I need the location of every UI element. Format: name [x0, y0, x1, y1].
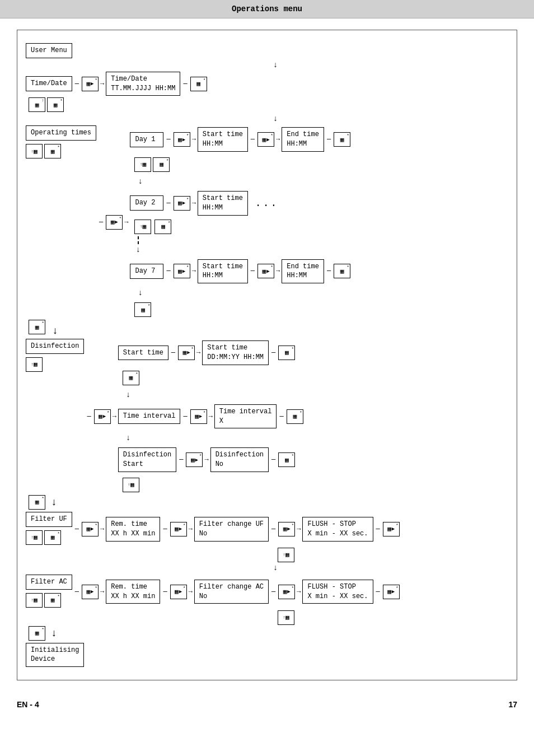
ctrl-icon-tix[interactable]: * ▦ [287, 409, 303, 424]
diagram-inner: User Menu ↓ Time/Date ─ * ▦▶ → Time/Date… [26, 43, 508, 667]
ctrl-icon-dn4[interactable]: * ▦ [154, 220, 171, 234]
ctrl-icon-dn1[interactable]: * ▦ [47, 97, 64, 112]
ctrl-icon-day1[interactable]: * ▦▶ [174, 132, 190, 147]
ctrl-icon-optimes[interactable]: * ▦▶ [106, 215, 123, 230]
ctrl-icon-timedate[interactable]: * ▦▶ [82, 77, 99, 91]
node-filter-uf: Filter UF [26, 512, 72, 527]
diagram-box: User Menu ↓ Time/Date ─ * ▦▶ → Time/Date… [17, 30, 517, 680]
footer-page-num: 4 [35, 700, 39, 709]
node-operating-times: Operating times [26, 125, 96, 141]
ctrl-icon-back3[interactable]: * ▦ [29, 626, 45, 641]
header-title: Operations menu [232, 4, 302, 13]
node-start-time-1: Start time HH:MM [198, 127, 248, 152]
node-dis-no: Disinfection No [210, 447, 269, 472]
node-rem-time-uf: Rem. time XX h XX min [106, 517, 160, 542]
ctrl-icon-stdis[interactable]: * ▦▶ [178, 346, 195, 360]
ctrl-icon-day2[interactable]: * ▦▶ [174, 196, 190, 211]
node-day2: Day 2 [130, 195, 163, 211]
node-filter-ac: Filter AC [26, 575, 72, 590]
ctrl-icon-rem-uf[interactable]: * ▦▶ [170, 522, 187, 536]
ctrl-icon-fc-ac[interactable]: * ▦▶ [278, 585, 295, 599]
ctrl-icon-stdd[interactable]: * ▦ [278, 346, 295, 360]
node-time-date-val: Time/Date TT.MM.JJJJ HH:MM [106, 72, 180, 96]
ctrl-icon-ac-fc-dn[interactable]: ↑ ▦ [278, 610, 294, 625]
ctrl-icon-up2[interactable]: ↑ ▦ [26, 144, 43, 158]
ctrl-icon-dis-no[interactable]: * ▦ [278, 452, 295, 467]
node-end-time-1: End time HH:MM [282, 127, 324, 152]
node-start-time-dis: Start time [118, 346, 168, 361]
footer-left: EN - 4 [17, 700, 39, 709]
node-flush-stop-uf: FLUSH - STOP X min - XX sec. [302, 517, 373, 542]
ctrl-icon-fc-uf[interactable]: * ▦▶ [278, 522, 295, 536]
ctrl-icon-day7-dn[interactable]: * ▦ [134, 302, 151, 317]
footer-right: 17 [508, 700, 517, 709]
ctrl-icon-up3[interactable]: ↑ ▦ [134, 157, 151, 172]
ctrl-icon-st7[interactable]: * ▦▶ [257, 264, 274, 278]
node-filter-change-uf: Filter change UF No [194, 517, 269, 542]
ctrl-icon-flush-uf[interactable]: * ▦▶ [383, 522, 400, 536]
ctrl-icon-uf[interactable]: * ▦▶ [82, 522, 99, 536]
node-end-time-7: End time HH:MM [282, 259, 324, 284]
ctrl-icon-day7[interactable]: * ▦▶ [174, 264, 190, 278]
ctrl-icon-ac-dn[interactable]: * ▦ [44, 593, 61, 608]
ctrl-icon-back2[interactable]: * ▦ [29, 495, 45, 510]
ctrl-icon-up4[interactable]: ↑ ▦ [134, 220, 151, 234]
ctrl-icon-dis[interactable]: * ▦▶ [94, 409, 111, 424]
page-footer: EN - 4 17 [0, 692, 534, 717]
node-start-time-2: Start time HH:MM [198, 191, 248, 216]
node-time-interval: Time interval [118, 409, 181, 424]
page-header: Operations menu [0, 0, 534, 18]
node-start-time-7: Start time HH:MM [198, 259, 248, 284]
ctrl-icon-stdis-dn[interactable]: * ▦ [123, 371, 139, 385]
ctrl-icon-st1[interactable]: * ▦▶ [257, 132, 274, 147]
ctrl-icon-timedate2[interactable]: * ▦ [190, 77, 207, 91]
ctrl-icon-uf-up[interactable]: ↑ ▦ [26, 530, 43, 545]
ctrl-icon-ac[interactable]: * ▦▶ [82, 585, 99, 599]
ctrl-icon-back1[interactable]: * ▦ [29, 320, 45, 334]
ctrl-icon-ac-up[interactable]: ↑ ▦ [26, 593, 43, 608]
ctrl-icon-dis-up[interactable]: ↑ ▦ [26, 357, 43, 372]
main-content: User Menu ↓ Time/Date ─ * ▦▶ → Time/Date… [0, 18, 534, 692]
node-day1: Day 1 [130, 132, 163, 147]
ctrl-icon-rem-ac[interactable]: * ▦▶ [170, 585, 187, 599]
ctrl-icon-flush-ac[interactable]: * ▦▶ [383, 585, 400, 599]
ctrl-icon-et1[interactable]: * ▦ [334, 132, 350, 147]
footer-lang: EN [17, 700, 27, 709]
footer-dash: - [30, 700, 32, 709]
ctrl-icon-uf-fc-dn[interactable]: ↑ ▦ [278, 548, 294, 562]
node-start-time-dd: Start time DD:MM:YY HH:MM [202, 340, 269, 365]
ctrl-icon-et7[interactable]: * ▦ [334, 264, 350, 278]
node-rem-time-ac: Rem. time XX h XX min [106, 580, 160, 604]
node-time-date: Time/Date [26, 76, 72, 91]
ctrl-icon-dn3[interactable]: * ▦ [153, 157, 170, 172]
node-day7: Day 7 [130, 264, 163, 279]
ctrl-icon-up1[interactable]: ↑ ▦ [29, 97, 45, 112]
node-disinfection: Disinfection [26, 339, 84, 354]
ctrl-icon-dis-start[interactable]: * ▦▶ [186, 452, 203, 467]
node-time-interval-x: Time interval X [214, 404, 277, 429]
ctrl-icon-dis-start-dn[interactable]: ↑ ▦ [123, 478, 139, 492]
node-filter-change-ac: Filter change AC No [194, 580, 269, 604]
ctrl-icon-ti[interactable]: * ▦▶ [190, 409, 207, 424]
node-flush-stop-ac: FLUSH - STOP X min - XX sec. [302, 580, 373, 604]
node-user-menu: User Menu [26, 43, 72, 58]
node-initialising: Initialising Device [26, 643, 84, 668]
ctrl-icon-uf-dn[interactable]: * ▦ [44, 530, 61, 545]
ctrl-icon-dn2[interactable]: * ▦ [44, 144, 61, 158]
node-dis-start: Disinfection Start [118, 447, 176, 472]
